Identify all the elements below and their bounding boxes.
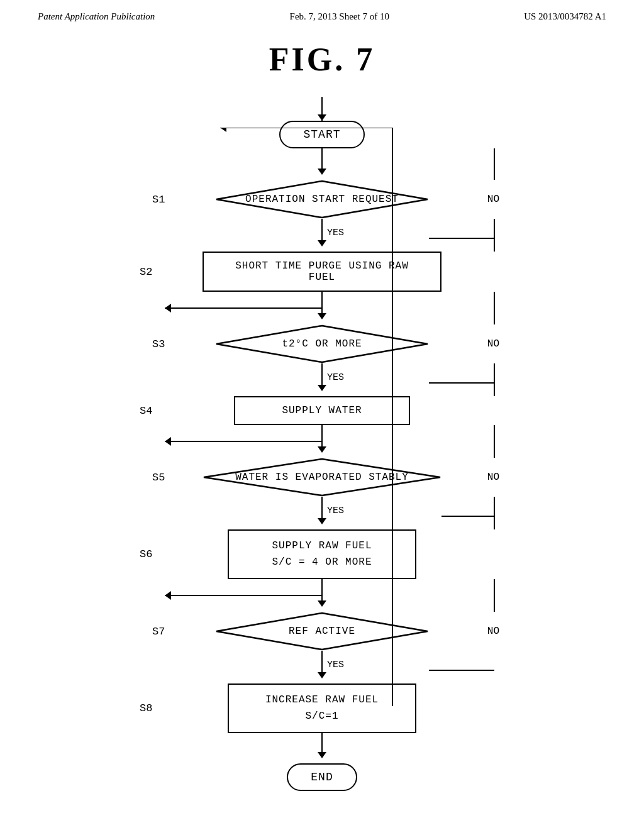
- svg-marker-44: [318, 752, 326, 758]
- s6-row: S6 SUPPLY RAW FUELS/C = 4 OR MORE: [102, 529, 542, 579]
- connector-s3-s4: YES: [102, 363, 542, 396]
- s5-row: S5 WATER IS EVAPORATED STABLY NO: [102, 458, 542, 497]
- header-left: Patent Application Publication: [38, 11, 155, 22]
- s3-row: S3 t2°C OR MORE NO: [102, 324, 542, 363]
- s5-diamond: WATER IS EVAPORATED STABLY: [203, 458, 441, 497]
- svg-marker-1: [318, 114, 326, 121]
- svg-marker-12: [318, 313, 326, 319]
- svg-text:YES: YES: [327, 506, 344, 516]
- s7-diamond: REF ACTIVE: [215, 612, 429, 651]
- s1-no: NO: [487, 194, 499, 205]
- s1-row: S1 OPERATION START REQUEST NO: [102, 180, 542, 219]
- s2-row: S2 SHORT TIME PURGE USING RAW FUEL: [102, 252, 542, 292]
- start-connector-top: [102, 97, 542, 121]
- s5-label: S5: [152, 472, 165, 484]
- s2-label: S2: [140, 266, 152, 278]
- svg-text:YES: YES: [327, 228, 344, 238]
- svg-text:YES: YES: [327, 660, 344, 670]
- s8-row: S8 INCREASE RAW FUELS/C=1: [102, 683, 542, 733]
- svg-marker-3: [318, 169, 326, 175]
- svg-marker-23: [318, 446, 326, 453]
- s8-label: S8: [140, 702, 152, 714]
- s7-label: S7: [152, 626, 165, 638]
- header-center: Feb. 7, 2013 Sheet 7 of 10: [290, 11, 389, 22]
- figure-title: FIG. 7: [269, 41, 375, 78]
- connector-s2-s3: [102, 292, 542, 324]
- s1-label: S1: [152, 194, 165, 206]
- s7-no: NO: [487, 626, 499, 637]
- s4-row: S4 SUPPLY WATER: [102, 396, 542, 425]
- svg-text:YES: YES: [327, 372, 344, 383]
- s1-text: OPERATION START REQUEST: [245, 194, 399, 205]
- end-oval: END: [287, 763, 357, 791]
- s4-rect: SUPPLY WATER: [234, 396, 410, 425]
- start-oval: START: [279, 121, 364, 148]
- connector-s1-s2: YES: [102, 219, 542, 252]
- svg-marker-34: [318, 600, 326, 607]
- svg-marker-7: [318, 240, 326, 246]
- s4-label: S4: [140, 405, 152, 417]
- connector-s5-s6: YES: [102, 497, 542, 529]
- page-header: Patent Application Publication Feb. 7, 2…: [0, 0, 644, 22]
- header-right: US 2013/0034782 A1: [524, 11, 606, 22]
- s5-text: WATER IS EVAPORATED STABLY: [235, 472, 409, 483]
- s3-label: S3: [152, 338, 165, 350]
- start-node-row: START: [102, 121, 542, 148]
- svg-marker-36: [165, 591, 171, 600]
- connector-s6-s7: [102, 579, 542, 612]
- s2-rect: SHORT TIME PURGE USING RAW FUEL: [203, 252, 441, 292]
- svg-marker-14: [165, 304, 171, 313]
- s6-label: S6: [140, 548, 152, 560]
- s5-no: NO: [487, 472, 499, 483]
- s8-rect: INCREASE RAW FUELS/C=1: [228, 683, 416, 733]
- connector-s4-s5: [102, 425, 542, 458]
- s3-no: NO: [487, 338, 499, 350]
- s1-diamond: OPERATION START REQUEST: [215, 180, 429, 219]
- svg-marker-25: [165, 437, 171, 446]
- svg-marker-40: [318, 672, 326, 678]
- svg-marker-29: [318, 518, 326, 524]
- connector-s8-end: [102, 733, 542, 763]
- svg-marker-18: [318, 385, 326, 391]
- s7-row: S7 REF ACTIVE NO: [102, 612, 542, 651]
- s3-text: t2°C OR MORE: [282, 338, 362, 350]
- connector-start-s1: [102, 148, 542, 180]
- s3-diamond: t2°C OR MORE: [215, 324, 429, 363]
- diagram-container: FIG. 7 START S1 OPERATION START REQUEST …: [0, 22, 644, 791]
- s7-text: REF ACTIVE: [289, 626, 355, 637]
- connector-s7-s8: YES: [102, 651, 542, 683]
- s6-rect: SUPPLY RAW FUELS/C = 4 OR MORE: [228, 529, 416, 579]
- end-node-row: END: [102, 763, 542, 791]
